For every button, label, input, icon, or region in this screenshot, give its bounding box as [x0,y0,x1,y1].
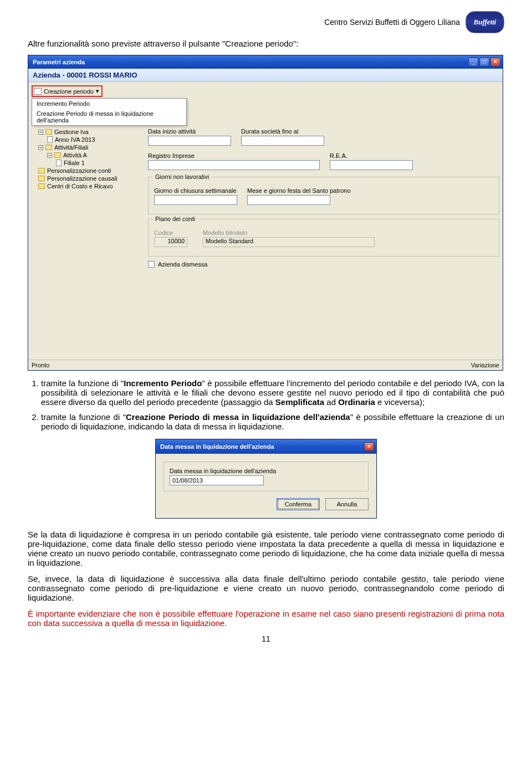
creazione-periodo-menu: Incremento Periodo Creazione Periodo di … [32,98,187,126]
folder-icon [38,176,45,181]
group-giorni-non-lavorativi: Giorni non lavorativi Giorno di chiusura… [148,177,499,214]
window-subtitle: Azienda - 00001 ROSSI MARIO [28,69,503,82]
input-registro[interactable] [148,160,320,170]
label-registro: Registro Imprese [148,152,320,159]
nav-tree: −Gestione Iva Anno IVA 2013 −Attività/Fi… [32,128,142,268]
tree-pers-conti[interactable]: Personalizzazione conti [32,167,142,175]
label-modello-blindato: Modello blindato [203,229,375,236]
label-chiusura: Giorno di chiusura settimanale [154,187,237,194]
label-azienda-dismessa: Azienda dismessa [158,261,207,268]
page-icon [56,160,62,166]
label-durata: Durata società fino al [241,128,324,135]
paragraph-2: Se, invece, la data di liquidazione è su… [28,574,504,602]
tree-centri-costo[interactable]: Centri di Costo e Ricavo [32,182,142,190]
chevron-down-icon: ▾ [96,88,99,95]
close-icon[interactable]: × [490,58,500,66]
label-codice: Codice [154,229,193,236]
page-number: 11 [28,634,504,643]
intro-text: Altre funzionalità sono previste attrave… [28,39,504,48]
label-santo: Mese e giorno festa del Santo patrono [247,187,351,194]
input-chiusura[interactable] [154,195,237,205]
input-data-inizio[interactable] [148,136,231,146]
folder-icon [38,168,45,173]
conferma-button[interactable]: Conferma [277,498,320,510]
warning-paragraph: È importante evidenziare che non è possi… [28,609,504,628]
tree-anno-iva[interactable]: Anno IVA 2013 [32,136,142,144]
status-variazione: Variazione [471,362,499,368]
folder-icon [54,152,61,158]
input-santo[interactable] [247,195,330,205]
minimize-icon[interactable]: _ [468,58,478,66]
status-pronto: Pronto [32,362,49,368]
menu-creazione-liquidazione[interactable]: Creazione Periodo di messa in liquidazio… [32,109,186,125]
folder-icon [38,183,45,189]
tree-filiale1[interactable]: Filiale 1 [32,159,142,167]
dialog-field-label: Data messa in liquidazione dell'azienda [170,468,362,474]
checkbox-azienda-dismessa[interactable] [148,261,155,268]
window-titlebar: Parametri azienda _ □ × [28,55,503,69]
folder-icon [45,129,52,135]
close-icon[interactable]: × [364,442,374,451]
value-codice: 10000 [154,237,187,247]
maximize-icon[interactable]: □ [479,58,489,66]
group-piano-dei-conti: Piano dei conti Codice10000 Modello blin… [148,219,499,257]
tree-attivita-filiali[interactable]: −Attività/Filiali [32,144,142,151]
label-rea: R.E.A. [330,152,413,159]
label-data-inizio: Data inizio attività [148,128,231,135]
creazione-periodo-button[interactable]: Creazione periodo ▾ [32,85,103,97]
window-title: Parametri azienda [33,59,85,65]
input-rea[interactable] [330,160,413,170]
creazione-periodo-label: Creazione periodo [44,88,94,95]
input-data-liquidazione[interactable]: 01/08/2013 [170,475,264,485]
tree-attivita-a[interactable]: −Attività A [32,151,142,159]
numbered-list: tramite la funzione di "Incremento Perio… [41,378,504,431]
input-durata[interactable] [241,136,324,146]
paragraph-1: Se la data di liquidazione è compresa in… [28,530,504,567]
page-icon [47,136,53,143]
annulla-button[interactable]: Annulla [325,498,369,510]
menu-incremento-periodo[interactable]: Incremento Periodo [32,99,186,109]
parametri-azienda-window: Parametri azienda _ □ × Azienda - 00001 … [28,55,503,371]
list-item-1: tramite la funzione di "Incremento Perio… [41,378,504,407]
dialog-data-liquidazione: Data messa in liquidazione dell'azienda … [155,439,377,519]
calendar-icon [34,88,42,95]
list-item-2: tramite la funzione di "Creazione Period… [41,412,504,431]
buffetti-logo: Buffetti [466,11,504,33]
dialog-title: Data messa in liquidazione dell'azienda [160,443,274,450]
value-modello: Modello Standard [203,237,375,247]
folder-icon [45,145,52,150]
header-org: Centro Servizi Buffetti di Oggero Lilian… [324,18,460,27]
tree-gestione-iva[interactable]: −Gestione Iva [32,128,142,136]
tree-pers-causali[interactable]: Personalizzazione causali [32,175,142,182]
